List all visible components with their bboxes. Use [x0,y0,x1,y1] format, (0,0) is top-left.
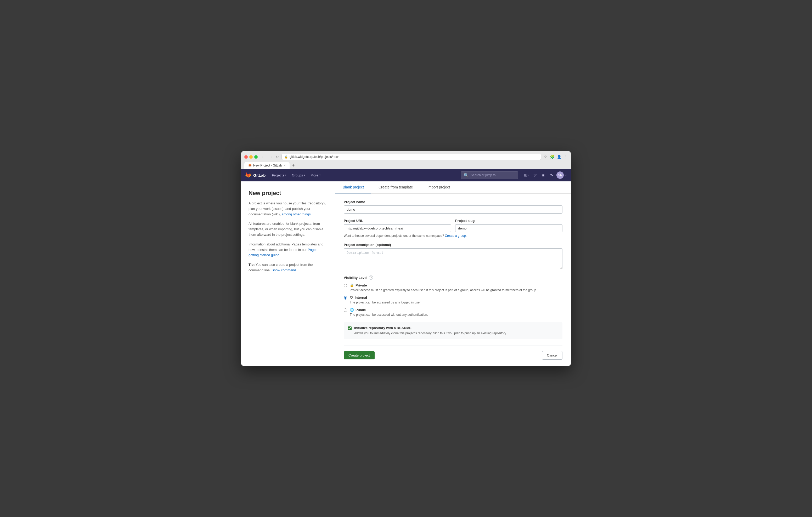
project-slug-label: Project slug [455,219,562,223]
namespace-hint: Want to house several dependent projects… [344,234,562,238]
visibility-internal-radio[interactable] [344,296,347,300]
avatar-initials: SR [558,173,562,177]
browser-controls: ← → ↻ [260,154,279,159]
refresh-button[interactable]: ↻ [276,155,279,159]
nav-more[interactable]: More ▾ [309,172,323,178]
bookmark-icon[interactable]: ☆ [544,155,547,159]
issues-button[interactable]: ▣ [540,172,547,179]
visibility-private-option: 🔒 Private Project access must be granted… [344,283,562,293]
project-slug-input[interactable] [455,224,562,232]
content-area: Blank project Create from template Impor… [336,181,571,366]
visibility-public-radio[interactable] [344,308,347,312]
minimize-button[interactable] [249,155,253,159]
projects-chevron-icon: ▾ [285,174,286,176]
tab-title: New Project · GitLab [253,163,282,167]
visibility-group: Visibility Level ? 🔒 Private [344,275,562,317]
sidebar-link-show-command[interactable]: Show command [271,268,296,272]
tab-close-button[interactable]: ✕ [284,164,286,167]
visibility-radio-group: 🔒 Private Project access must be granted… [344,283,562,317]
page-title: New project [249,190,328,196]
browser-tab-active[interactable]: 🦊 New Project · GitLab ✕ [244,162,290,169]
description-textarea[interactable] [344,248,562,269]
url-slug-group: Project URL Project slug Want to house s… [344,219,562,238]
visibility-public-option: 🌐 Public The project can be accessed wit… [344,308,562,317]
main-layout: New project A project is where you house… [241,181,571,366]
create-project-button[interactable]: Create project [344,351,375,359]
tabs-bar: 🦊 New Project · GitLab ✕ + [244,162,568,169]
user-avatar[interactable]: SR [556,172,564,179]
nav-more-label: More [311,173,318,177]
project-slug-part: Project slug [455,219,562,232]
nav-projects-label: Projects [272,173,284,177]
nav-icons: ⊞ ▾ ⇄ ▣ ? ▾ SR ▾ [522,172,567,179]
search-input[interactable] [471,173,515,177]
create-group-link[interactable]: Create a group. [445,234,466,238]
help-icon: ? [550,173,552,178]
visibility-title: Visibility Level [344,276,367,280]
nav-groups-label: Groups [292,173,303,177]
project-form: Project name Project URL Project slug [336,194,571,366]
menu-icon[interactable]: ⋮ [564,155,568,159]
form-actions: Create project Cancel [344,345,562,360]
internal-label: Internal [355,296,367,300]
back-button[interactable]: ← [260,154,266,159]
tab-blank-project[interactable]: Blank project [336,181,371,193]
cancel-button[interactable]: Cancel [542,351,562,360]
browser-actions: ☆ 🧩 👤 ⋮ [544,155,568,159]
top-nav: GitLab Projects ▾ Groups ▾ More ▾ 🔍 [241,169,571,181]
extensions-icon[interactable]: 🧩 [550,155,554,159]
tab-create-from-template[interactable]: Create from template [371,181,420,193]
private-icon: 🔒 [350,283,354,287]
plus-icon: ⊞ [524,173,527,178]
internal-icon: 🛡 [350,296,353,300]
visibility-help-icon[interactable]: ? [369,275,373,280]
new-tab-button[interactable]: + [290,162,297,169]
help-chevron-icon: ▾ [552,174,553,177]
sidebar-tip: Tip: You can also create a project from … [249,262,328,273]
profile-icon[interactable]: 👤 [557,155,561,159]
close-button[interactable] [244,155,248,159]
forward-button[interactable]: → [268,154,274,159]
sidebar-link-other-things[interactable]: among other things. [282,212,312,216]
init-readme-label: Initialize repository with a README [354,326,507,330]
gitlab-logo[interactable]: GitLab [245,172,266,178]
project-tabs: Blank project Create from template Impor… [336,181,571,194]
public-icon: 🌐 [350,308,354,312]
merge-requests-button[interactable]: ⇄ [532,172,539,179]
project-name-input[interactable] [344,206,562,214]
internal-desc: The project can be accessed by any logge… [350,300,422,305]
nav-links: Projects ▾ Groups ▾ More ▾ [270,172,323,178]
sidebar: New project A project is where you house… [241,181,336,366]
nav-projects[interactable]: Projects ▾ [270,172,289,178]
project-name-label: Project name [344,200,562,204]
browser-chrome: ← → ↻ 🔒 gitlab.widgetcorp.tech/projects/… [241,151,571,169]
gitlab-app: GitLab Projects ▾ Groups ▾ More ▾ 🔍 [241,169,571,366]
project-url-input[interactable] [344,224,451,232]
project-name-group: Project name [344,200,562,214]
sidebar-para1: A project is where you house your files … [249,201,328,217]
avatar-chevron-icon: ▾ [565,174,567,177]
merge-request-icon: ⇄ [533,173,537,178]
init-readme-checkbox[interactable] [348,327,352,330]
public-label: Public [355,308,366,312]
help-button[interactable]: ? ▾ [548,172,555,179]
project-url-part: Project URL [344,219,451,232]
fullscreen-button[interactable] [254,155,258,159]
gitlab-brand-name: GitLab [253,173,266,178]
new-item-button[interactable]: ⊞ ▾ [522,172,530,179]
search-bar[interactable]: 🔍 [461,172,518,179]
issues-icon: ▣ [542,173,545,178]
visibility-private-radio[interactable] [344,284,347,287]
nav-groups[interactable]: Groups ▾ [290,172,308,178]
description-label: Project description (optional) [344,243,562,247]
tab-import-project[interactable]: Import project [420,181,457,193]
tab-favicon: 🦊 [248,163,252,167]
private-label: Private [355,283,367,287]
lock-icon: 🔒 [284,155,288,159]
address-bar[interactable]: 🔒 gitlab.widgetcorp.tech/projects/new [282,154,541,160]
init-readme-section: Initialize repository with a README Allo… [344,322,562,339]
visibility-internal-option: 🛡 Internal The project can be accessed b… [344,296,562,305]
url-text: gitlab.widgetcorp.tech/projects/new [290,155,339,159]
public-desc: The project can be accessed without any … [350,312,428,317]
description-group: Project description (optional) [344,243,562,270]
